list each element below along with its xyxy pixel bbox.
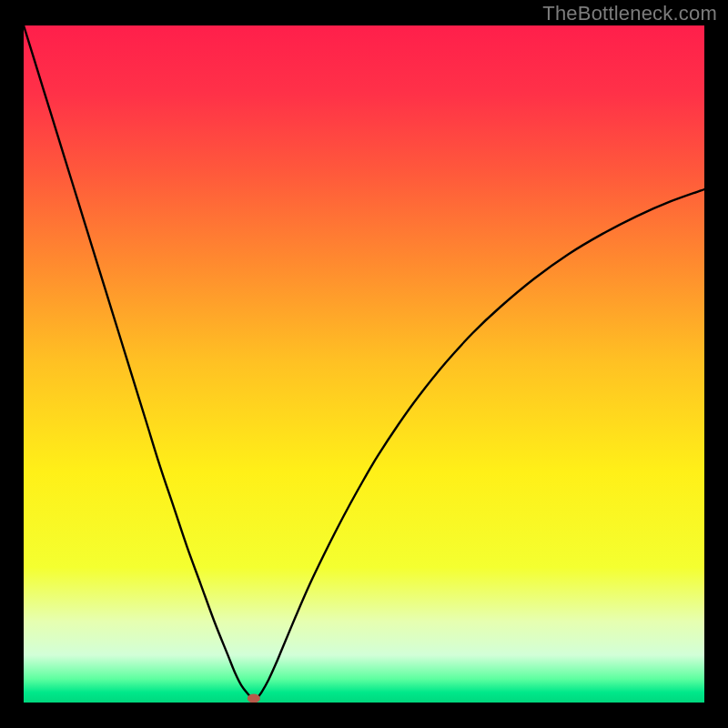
chart-svg	[24, 25, 704, 703]
chart-frame: TheBottleneck.com	[0, 0, 728, 728]
plot-area	[24, 25, 704, 703]
gradient-background	[24, 25, 704, 703]
watermark-text: TheBottleneck.com	[542, 2, 717, 25]
